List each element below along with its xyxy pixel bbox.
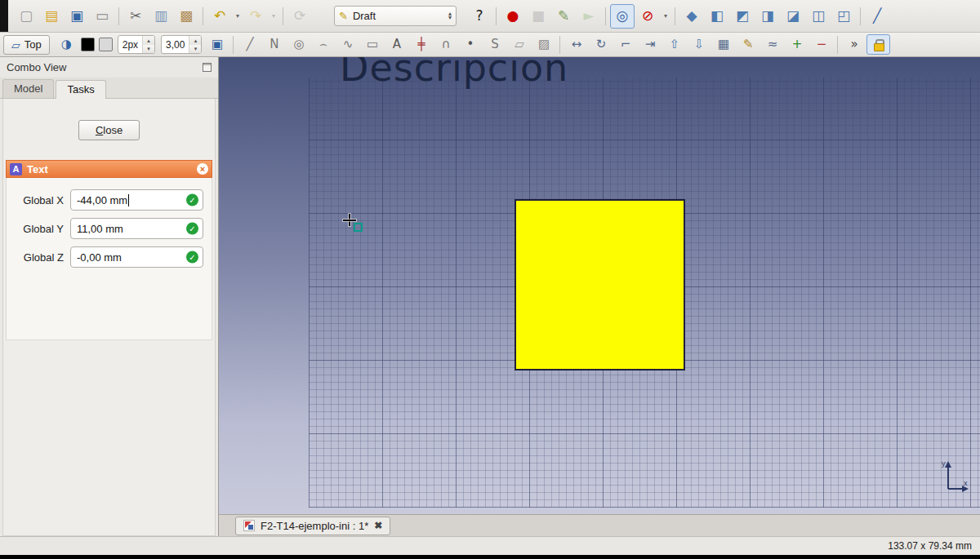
macro-record-button[interactable]: ● <box>501 4 525 29</box>
toolbar-overflow-button[interactable]: » <box>842 34 866 55</box>
macro-play-icon: ► <box>583 9 594 23</box>
text-size-spinner[interactable]: 3,00 ▴ ▾ <box>161 35 202 54</box>
combo-view-panel: Combo View Model Tasks Close A Text × G <box>0 57 219 536</box>
float-panel-icon[interactable] <box>203 63 212 72</box>
3d-viewport[interactable]: Descripción y x <box>219 57 980 514</box>
draft-trimex-button[interactable]: ⇥ <box>638 34 662 55</box>
redo-button[interactable]: ↷ <box>243 4 268 29</box>
line-width-up-button[interactable]: ▴ <box>143 36 154 45</box>
draft-arc-button[interactable]: ⌢ <box>311 34 335 55</box>
draft-text-annotation[interactable]: Descripción <box>340 57 568 90</box>
draft-array-button[interactable]: ▦ <box>711 34 735 55</box>
clipping-plane-button[interactable]: ⊘ <box>635 4 660 29</box>
print-button[interactable]: ▭ <box>90 4 114 29</box>
paste-button[interactable]: ▩ <box>174 4 198 29</box>
document-tab[interactable]: F2-T14-ejemplo-ini : 1* ✖ <box>235 517 390 535</box>
construction-mode-toggle[interactable]: ◑ <box>55 34 78 55</box>
line-width-spinner[interactable]: 2px ▴ ▾ <box>118 35 155 54</box>
draft-add-point-button[interactable]: + <box>785 34 808 55</box>
bottom-view-button[interactable]: ◫ <box>806 4 831 29</box>
line-width-down-button[interactable]: ▾ <box>143 45 154 54</box>
text-size-up-button[interactable]: ▴ <box>189 36 201 45</box>
text-size-value: 3,00 <box>162 36 189 53</box>
tab-model[interactable]: Model <box>2 79 54 98</box>
left-view-button[interactable]: ◰ <box>831 4 856 29</box>
global-x-input[interactable]: -44,00 mm ✓ <box>70 189 203 211</box>
undo-dropdown-arrow[interactable]: ▾ <box>233 4 243 29</box>
navigation-axis-icon: y x <box>941 459 970 495</box>
cut-icon: ✂ <box>130 9 141 23</box>
snap-lock-button[interactable] <box>866 34 890 55</box>
draft-rectangle-icon: ▭ <box>367 38 378 51</box>
macro-play-button[interactable]: ► <box>577 4 601 29</box>
draft-offset-button[interactable]: ⌐ <box>613 34 637 55</box>
draft-bspline-icon: ∿ <box>343 38 354 51</box>
draft-circle-button[interactable]: ◎ <box>287 34 310 55</box>
right-view-button[interactable]: ◨ <box>755 4 780 29</box>
cut-button[interactable]: ✂ <box>123 4 148 29</box>
draft-hatch-button[interactable]: ▨ <box>532 34 555 55</box>
task-section-header[interactable]: A Text × <box>6 160 212 178</box>
draft-facebinder-button[interactable]: ▱ <box>507 34 531 55</box>
draft-wire-to-bspline-icon: ≈ <box>768 38 778 51</box>
working-plane-button[interactable]: ▱ Top <box>3 35 50 55</box>
macro-stop-button[interactable]: ■ <box>526 4 550 29</box>
draft-downgrade-button[interactable]: ⇩ <box>687 34 710 55</box>
copy-button[interactable]: ▥ <box>149 4 173 29</box>
redo-dropdown-arrow[interactable]: ▾ <box>269 4 278 29</box>
valid-check-icon: ✓ <box>186 223 198 235</box>
draft-bezier-button[interactable]: ∩ <box>434 34 457 55</box>
draft-polyline-button[interactable]: N <box>262 34 286 55</box>
top-view-button[interactable]: ◩ <box>730 4 755 29</box>
save-button[interactable]: ▣ <box>65 4 89 29</box>
dimension-readout: 133.07 x 79.34 mm <box>888 540 972 552</box>
draft-dimension-button[interactable]: ╪ <box>409 34 433 55</box>
right-view-icon: ◨ <box>761 9 774 23</box>
measure-distance-button[interactable]: ╱ <box>865 4 889 29</box>
redo-dropdown-arrow-icon: ▾ <box>272 13 275 20</box>
draft-line-button[interactable]: ╱ <box>238 34 261 55</box>
crosshair-horizontal <box>343 220 356 221</box>
draft-edit-button[interactable]: ✎ <box>736 34 760 55</box>
tab-tasks[interactable]: Tasks <box>56 80 105 99</box>
bottom-view-icon: ◫ <box>812 9 825 23</box>
global-y-input[interactable]: 11,00 mm ✓ <box>70 218 203 239</box>
draft-move-button[interactable]: ↔ <box>564 34 588 55</box>
global-y-label: Global Y <box>15 223 64 235</box>
line-color-swatch[interactable] <box>81 38 95 51</box>
front-view-button[interactable]: ◧ <box>705 4 729 29</box>
draft-facebinder-icon: ▱ <box>514 38 524 51</box>
face-color-swatch[interactable] <box>99 38 113 51</box>
rear-view-button[interactable]: ◪ <box>781 4 805 29</box>
working-plane-label: Top <box>24 38 42 51</box>
draft-wire-to-bspline-button[interactable]: ≈ <box>760 34 784 55</box>
close-document-icon[interactable]: ✖ <box>374 520 382 531</box>
close-task-button[interactable]: Close <box>78 120 140 140</box>
draft-bspline-button[interactable]: ∿ <box>336 34 359 55</box>
axonometric-view-button[interactable]: ◆ <box>679 4 704 29</box>
document-tab-label: F2-T14-ejemplo-ini : 1* <box>261 520 368 532</box>
draft-shapestring-button[interactable]: S <box>483 34 506 55</box>
workbench-spinner-arrows[interactable]: ▴▾ <box>448 12 452 20</box>
macro-edit-button[interactable]: ✎ <box>551 4 576 29</box>
open-document-button[interactable]: ▤ <box>39 4 64 29</box>
refresh-button[interactable]: ⟳ <box>287 4 312 29</box>
draft-rectangle-object[interactable] <box>514 199 685 370</box>
draft-rotate-button[interactable]: ↻ <box>589 34 612 55</box>
zoom-selection-button[interactable]: ◎ <box>610 4 635 29</box>
collapse-task-icon[interactable]: × <box>197 163 208 175</box>
whats-this-button[interactable]: ? <box>467 4 492 29</box>
apply-style-button[interactable]: ▣ <box>205 34 229 55</box>
draft-text-button[interactable]: A <box>385 34 408 55</box>
undo-button[interactable]: ↶ <box>207 4 232 29</box>
draft-point-button[interactable]: • <box>458 34 482 55</box>
global-z-input[interactable]: -0,00 mm ✓ <box>70 246 203 268</box>
draft-upgrade-button[interactable]: ⇧ <box>662 34 686 55</box>
clipping-dropdown-arrow[interactable]: ▾ <box>661 4 670 29</box>
draft-rectangle-button[interactable]: ▭ <box>360 34 384 55</box>
status-bar: 133.07 x 79.34 mm <box>0 536 980 555</box>
text-size-down-button[interactable]: ▾ <box>189 45 201 54</box>
new-document-button[interactable]: ▢ <box>14 4 38 29</box>
workbench-selector[interactable]: ✎ Draft ▴▾ <box>334 6 457 26</box>
draft-remove-point-button[interactable]: − <box>809 34 833 55</box>
